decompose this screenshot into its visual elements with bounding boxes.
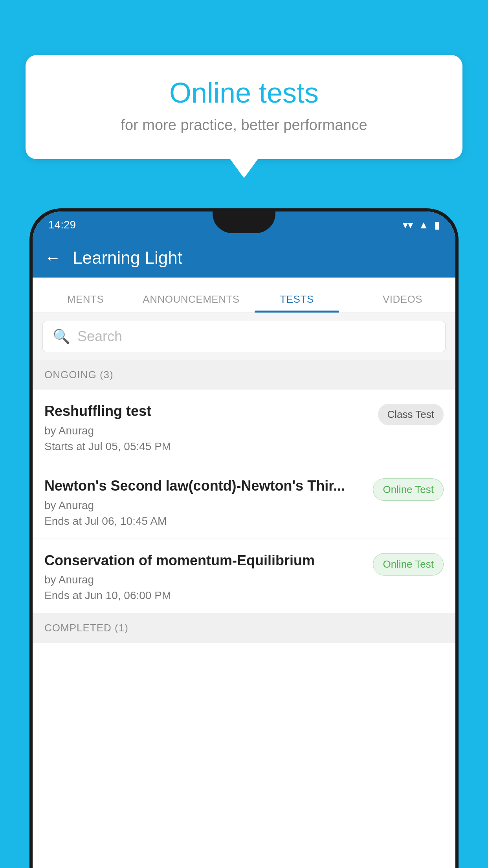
test-author-2: by Anurag bbox=[44, 499, 365, 512]
test-info-3: Conservation of momentum-Equilibrium by … bbox=[44, 552, 365, 602]
app-title: Learning Light bbox=[73, 248, 182, 268]
search-container: 🔍 Search bbox=[33, 313, 455, 360]
tab-ments[interactable]: MENTS bbox=[33, 293, 138, 313]
test-item-2[interactable]: Newton's Second law(contd)-Newton's Thir… bbox=[33, 464, 455, 539]
search-bar[interactable]: 🔍 Search bbox=[42, 321, 446, 352]
test-title-1: Reshuffling test bbox=[44, 402, 370, 421]
speech-bubble: Online tests for more practice, better p… bbox=[26, 55, 462, 159]
test-author-3: by Anurag bbox=[44, 574, 365, 586]
status-bar: 14:29 ▾▾ ▲ ▮ bbox=[33, 211, 455, 238]
search-icon: 🔍 bbox=[53, 328, 70, 345]
test-title-3: Conservation of momentum-Equilibrium bbox=[44, 552, 365, 570]
status-icons: ▾▾ ▲ ▮ bbox=[403, 219, 440, 231]
screen-content: 14:29 ▾▾ ▲ ▮ ← Learning Light MENTS ANNO… bbox=[33, 211, 455, 868]
test-badge-2: Online Test bbox=[373, 478, 444, 501]
test-item-1[interactable]: Reshuffling test by Anurag Starts at Jul… bbox=[33, 390, 455, 464]
app-header: ← Learning Light bbox=[33, 238, 455, 278]
battery-icon: ▮ bbox=[434, 219, 440, 231]
tab-tests[interactable]: TESTS bbox=[244, 293, 350, 313]
bubble-title: Online tests bbox=[49, 77, 439, 109]
test-date-1: Starts at Jul 05, 05:45 PM bbox=[44, 440, 370, 453]
test-badge-3: Online Test bbox=[373, 553, 444, 576]
test-badge-1: Class Test bbox=[378, 404, 444, 425]
back-arrow-icon[interactable]: ← bbox=[44, 248, 61, 267]
test-info-1: Reshuffling test by Anurag Starts at Jul… bbox=[44, 402, 370, 453]
phone-frame: 14:29 ▾▾ ▲ ▮ ← Learning Light MENTS ANNO… bbox=[29, 208, 459, 868]
bubble-subtitle: for more practice, better performance bbox=[49, 117, 439, 134]
test-title-2: Newton's Second law(contd)-Newton's Thir… bbox=[44, 477, 365, 495]
tab-bar: MENTS ANNOUNCEMENTS TESTS VIDEOS bbox=[33, 278, 455, 313]
test-list: Reshuffling test by Anurag Starts at Jul… bbox=[33, 390, 455, 613]
signal-icon: ▲ bbox=[418, 219, 429, 231]
test-date-3: Ends at Jun 10, 06:00 PM bbox=[44, 589, 365, 602]
status-time: 14:29 bbox=[48, 219, 76, 231]
tab-announcements[interactable]: ANNOUNCEMENTS bbox=[138, 293, 244, 313]
phone-screen: 14:29 ▾▾ ▲ ▮ ← Learning Light MENTS ANNO… bbox=[33, 211, 455, 868]
test-item-3[interactable]: Conservation of momentum-Equilibrium by … bbox=[33, 539, 455, 614]
test-date-2: Ends at Jul 06, 10:45 AM bbox=[44, 515, 365, 528]
completed-section-header: COMPLETED (1) bbox=[33, 613, 455, 643]
wifi-icon: ▾▾ bbox=[403, 219, 413, 231]
tab-videos[interactable]: VIDEOS bbox=[350, 293, 455, 313]
speech-bubble-container: Online tests for more practice, better p… bbox=[26, 55, 462, 159]
search-placeholder: Search bbox=[77, 328, 122, 345]
ongoing-section-header: ONGOING (3) bbox=[33, 360, 455, 390]
test-author-1: by Anurag bbox=[44, 425, 370, 437]
test-info-2: Newton's Second law(contd)-Newton's Thir… bbox=[44, 477, 365, 528]
